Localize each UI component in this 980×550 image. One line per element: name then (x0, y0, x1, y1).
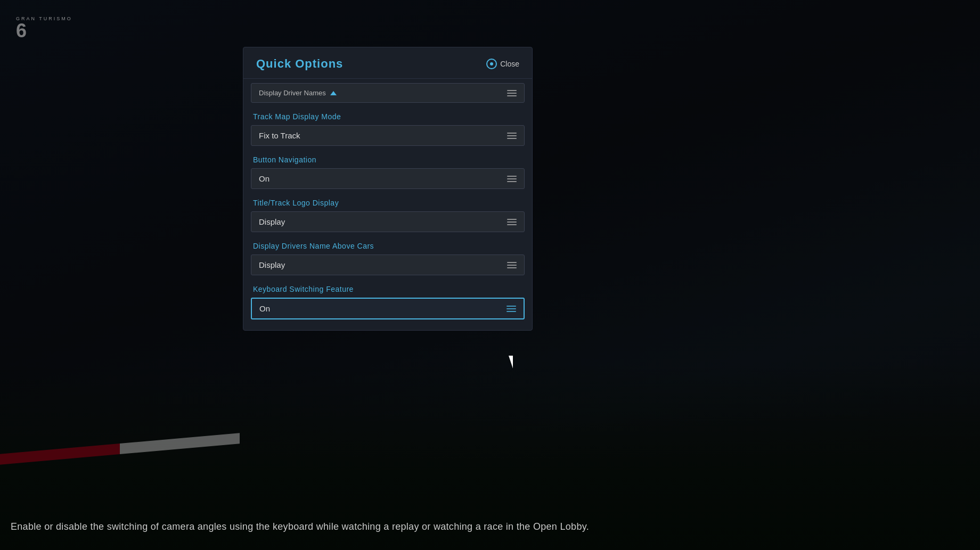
option-group-button-navigation: Button Navigation On (251, 149, 525, 192)
scroll-up-arrow (330, 91, 337, 95)
menu-icon-drivers-name-above (507, 262, 517, 268)
title-track-logo-select[interactable]: Display (251, 211, 525, 232)
keyboard-switching-select[interactable]: On (251, 298, 525, 319)
title-track-logo-value: Display (259, 217, 285, 226)
menu-icon-keyboard-switching (507, 306, 516, 312)
menu-icon-title-track-logo (507, 219, 517, 225)
gt-logo: GRAN TURISMO 6 (16, 16, 72, 40)
drivers-name-above-value: Display (259, 260, 285, 269)
button-navigation-select[interactable]: On (251, 168, 525, 189)
menu-icon-track-map (507, 133, 517, 139)
close-icon (486, 59, 497, 69)
drivers-name-above-select[interactable]: Display (251, 255, 525, 275)
track-map-label: Track Map Display Mode (251, 112, 525, 121)
status-text: Enable or disable the switching of camer… (11, 521, 589, 532)
close-label: Close (500, 60, 519, 68)
option-group-display-driver-names: Display Driver Names (251, 79, 525, 106)
dialog-title: Quick Options (256, 57, 343, 71)
menu-icon-display-driver-names (507, 90, 517, 96)
title-track-logo-label: Title/Track Logo Display (251, 199, 525, 207)
track-map-value: Fix to Track (259, 131, 300, 140)
option-group-title-track-logo: Title/Track Logo Display Display (251, 192, 525, 235)
close-button[interactable]: Close (486, 59, 519, 69)
dialog-body: Display Driver Names Track Map Display M… (243, 79, 532, 330)
display-driver-names-label: Display Driver Names (259, 89, 326, 97)
display-driver-names-select[interactable]: Display Driver Names (251, 83, 525, 103)
keyboard-switching-label: Keyboard Switching Feature (251, 285, 525, 293)
option-group-track-map: Track Map Display Mode Fix to Track (251, 106, 525, 149)
option-group-keyboard-switching: Keyboard Switching Feature On (251, 278, 525, 323)
option-group-drivers-name-above: Display Drivers Name Above Cars Display (251, 235, 525, 278)
menu-icon-button-navigation (507, 176, 517, 182)
dialog-header: Quick Options Close (243, 47, 532, 79)
track-map-select[interactable]: Fix to Track (251, 125, 525, 146)
button-navigation-label: Button Navigation (251, 155, 525, 164)
quick-options-dialog: Quick Options Close Display Driver Names… (243, 47, 533, 331)
button-navigation-value: On (259, 174, 270, 183)
drivers-name-above-label: Display Drivers Name Above Cars (251, 242, 525, 250)
keyboard-switching-value: On (259, 304, 270, 313)
status-bar: Enable or disable the switching of camer… (0, 520, 980, 534)
